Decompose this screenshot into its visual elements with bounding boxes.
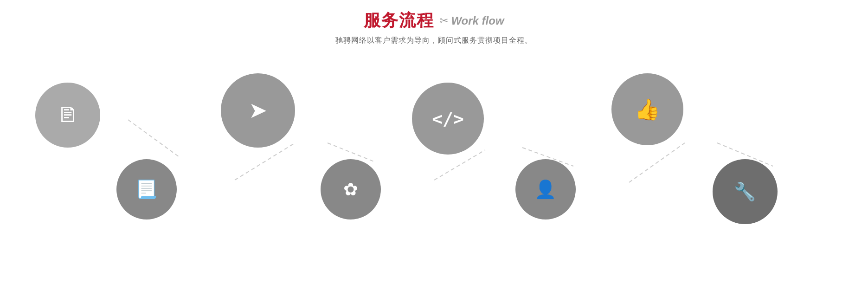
title-en: Work flow bbox=[451, 14, 504, 27]
workflow-area: 🖹 需求收集 📃 方案规划 ➤ 项目立项 ✿ 创意设计 bbox=[40, 69, 829, 264]
page-wrapper: 服务流程 ✂ Work flow 驰骋网络以客户需求为导向，顾问式服务贯彻项目全… bbox=[0, 0, 868, 297]
svg-line-1 bbox=[235, 143, 295, 180]
title-cn: 服务流程 bbox=[364, 9, 434, 32]
svg-line-0 bbox=[128, 120, 179, 157]
scissors-icon: ✂ bbox=[440, 15, 448, 27]
svg-line-3 bbox=[434, 150, 485, 180]
svg-line-2 bbox=[328, 143, 374, 161]
subtitle: 驰骋网络以客户需求为导向，顾问式服务贯彻项目全程。 bbox=[335, 36, 533, 45]
header: 服务流程 ✂ Work flow bbox=[364, 9, 504, 32]
svg-line-5 bbox=[629, 143, 685, 182]
title-en-wrapper: ✂ Work flow bbox=[440, 14, 504, 27]
